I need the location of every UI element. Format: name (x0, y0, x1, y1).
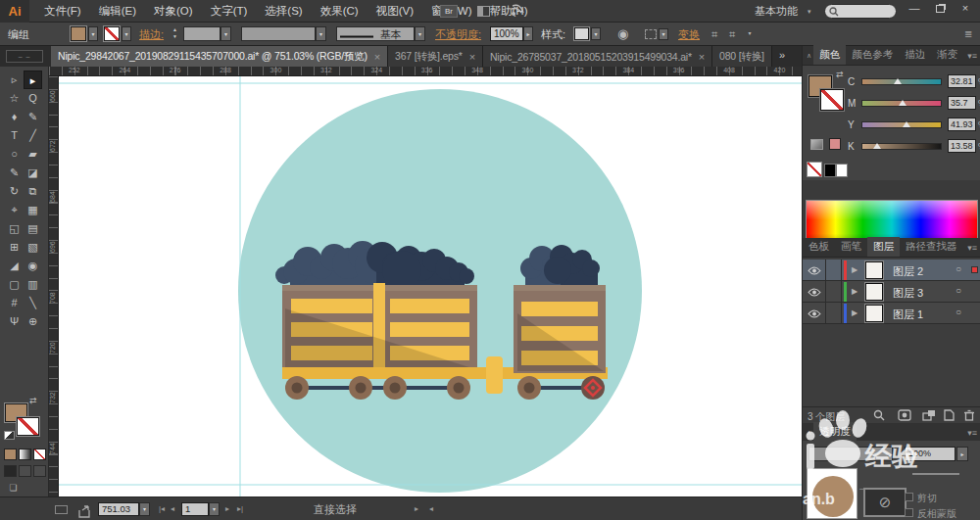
tab-transparency[interactable]: 透明度 (813, 422, 857, 442)
tab-路径查找器[interactable]: 路径查找器 (900, 237, 963, 257)
layer-thumbnail[interactable] (865, 261, 883, 279)
new-sublayer-icon[interactable] (922, 409, 936, 423)
gradient-tool[interactable]: ▧ (24, 238, 42, 257)
tools-panel-tab[interactable]: – – (6, 50, 43, 63)
restore-window-button[interactable] (929, 0, 951, 18)
menu-item[interactable]: 编辑(E) (90, 0, 145, 23)
brush-dropdown-icon[interactable]: ▾ (316, 26, 326, 41)
opacity-slider-icon[interactable]: ▸ (956, 447, 968, 461)
none-mode-button[interactable] (33, 449, 46, 460)
visibility-eye-icon[interactable] (803, 260, 826, 281)
last-artboard-icon[interactable]: ▸| (237, 497, 243, 520)
channel-value[interactable]: 41.93 (948, 118, 976, 131)
stroke-proxy-swatch[interactable] (820, 89, 844, 111)
opacity-field[interactable]: 100% (490, 26, 523, 41)
draw-normal-button[interactable] (4, 465, 17, 477)
channel-slider[interactable] (861, 121, 942, 128)
graph-tool[interactable]: ▥ (24, 275, 42, 294)
width-profile-field[interactable]: 基本 (336, 26, 415, 41)
first-artboard-icon[interactable]: |◂ (159, 497, 165, 520)
black-swatch[interactable] (824, 164, 836, 177)
clip-checkbox[interactable] (905, 493, 913, 501)
tab-overflow-icon[interactable]: » (779, 49, 783, 61)
pen-tool[interactable]: ♦ (5, 108, 24, 126)
menu-item[interactable]: 对象(O) (145, 0, 202, 23)
style-swatch[interactable] (574, 27, 589, 40)
tab-描边[interactable]: 描边 (899, 45, 931, 65)
target-circle-icon[interactable]: ○ (956, 263, 961, 274)
tab-画笔[interactable]: 画笔 (835, 237, 867, 257)
minimize-window-button[interactable]: — (904, 0, 925, 18)
draw-inside-button[interactable] (33, 465, 46, 477)
brush-definition-field[interactable] (241, 26, 316, 41)
v-ruler[interactable]: 660672684696708720732744 (49, 76, 59, 496)
shape-builder-tool[interactable]: ◱ (5, 219, 24, 238)
width-tool[interactable]: ⌖ (5, 201, 24, 219)
line-tool[interactable]: ╱ (24, 126, 42, 145)
style-dropdown-icon[interactable]: ▾ (591, 27, 601, 40)
next-artboard-icon[interactable]: ▸ (225, 497, 229, 520)
stroke-width-dropdown-icon[interactable]: ▾ (220, 26, 231, 41)
fill-dropdown-icon[interactable]: ▾ (88, 26, 98, 41)
slider-thumb-icon[interactable] (894, 78, 902, 84)
search-input[interactable] (824, 4, 897, 19)
expand-triangle-icon[interactable]: ▶ (852, 308, 858, 317)
blend-mode-select[interactable]: ▾ (808, 447, 893, 461)
perspective-grid-tool[interactable]: ▤ (24, 219, 42, 238)
invert-mask-checkbox[interactable] (905, 508, 913, 517)
scroll-left-icon[interactable]: ◂ (429, 497, 433, 520)
locate-object-icon[interactable] (873, 409, 886, 423)
free-transform-tool[interactable]: ▦ (24, 201, 42, 219)
panel-menu-icon[interactable]: ▾≡ (967, 243, 977, 253)
distribute-objects-icon[interactable]: ⌗ (729, 23, 735, 46)
bridge-launch-icon[interactable]: Br (440, 5, 458, 18)
tab-颜色参考[interactable]: 颜色参考 (846, 45, 899, 65)
lasso-tool[interactable]: Q (24, 89, 42, 108)
menu-item[interactable]: 文件(F) (35, 0, 90, 23)
blade-tool[interactable]: ╲ (24, 294, 42, 312)
rotate-tool[interactable]: ↻ (5, 182, 24, 201)
channel-value[interactable]: 32.81 (948, 74, 976, 88)
hand-tool[interactable]: Ψ (5, 312, 24, 331)
panel-menu-icon[interactable]: ▾≡ (967, 428, 977, 438)
layer-row[interactable]: ▶图层 2○ (803, 260, 980, 281)
out-of-gamut-cube-icon[interactable] (810, 139, 823, 150)
default-fill-stroke-icon[interactable] (4, 431, 15, 440)
make-clipping-mask-icon[interactable] (898, 409, 911, 423)
close-window-button[interactable]: × (955, 0, 976, 18)
tab-渐变[interactable]: 渐变 (931, 45, 963, 65)
control-panel-menu-icon[interactable]: ≣ (964, 23, 972, 46)
type-tool[interactable]: T (5, 126, 24, 145)
mesh-tool[interactable]: ⊞ (5, 238, 24, 257)
transparency-opacity-field[interactable]: 100% (905, 447, 956, 461)
arrange-documents-icon[interactable] (477, 6, 490, 17)
menu-item[interactable]: 视图(V) (368, 0, 422, 23)
artboard-nav-field[interactable]: 1 (181, 502, 209, 516)
panel-menu-icon[interactable]: ▾≡ (967, 51, 977, 61)
expand-triangle-icon[interactable]: ▶ (852, 287, 858, 296)
slice-tool[interactable]: # (5, 294, 24, 312)
delete-layer-trash-icon[interactable] (963, 409, 975, 423)
doc-tab[interactable]: 080 [转换] (712, 46, 772, 67)
lock-toggle-cell[interactable] (826, 281, 842, 303)
slider-thumb-icon[interactable] (903, 121, 910, 127)
h-ruler[interactable]: 2522642762883003123243363483603723843964… (49, 67, 802, 76)
stroke-dropdown-icon[interactable]: ▾ (122, 26, 131, 41)
cs-live-icon[interactable] (510, 4, 524, 20)
visibility-eye-icon[interactable] (803, 303, 826, 324)
app-logo[interactable]: Ai (0, 0, 29, 23)
layer-row[interactable]: ▶图层 3○ (803, 281, 980, 303)
zoom-tool[interactable]: ⊕ (24, 312, 42, 331)
selection-tool[interactable]: ▹ (5, 71, 24, 89)
expand-triangle-icon[interactable]: ▶ (852, 265, 858, 274)
object-thumbnail[interactable] (807, 468, 858, 519)
chevron-down-icon[interactable]: ▾ (493, 8, 497, 16)
select-similar-dropdown-icon[interactable]: ▾ (659, 28, 668, 40)
export-icon[interactable] (78, 502, 92, 520)
panel-toggle-icon[interactable] (55, 505, 68, 514)
target-circle-icon[interactable]: ○ (956, 285, 961, 296)
stroke-width-stepper[interactable]: ▲▼ (172, 26, 181, 41)
opacity-label[interactable]: 不透明度: (435, 23, 481, 46)
in-gamut-color-swatch[interactable] (829, 138, 841, 150)
scale-tool[interactable]: ⧉ (24, 182, 42, 201)
